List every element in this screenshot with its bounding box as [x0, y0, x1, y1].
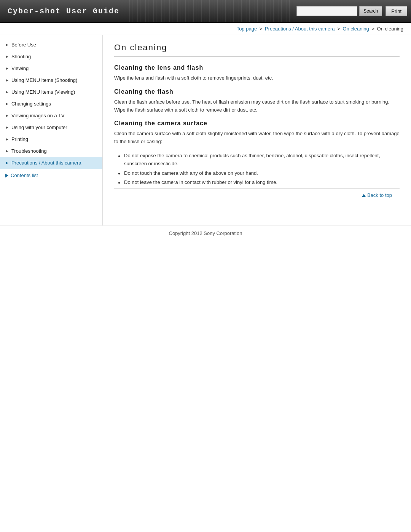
chevron-right-icon: ►: [5, 78, 9, 82]
sidebar-item-label: Viewing: [11, 66, 29, 71]
sidebar-item-label: Precautions / About this camera: [11, 160, 81, 166]
breadcrumb-current: On cleaning: [377, 26, 403, 32]
header-search-area: Search Print: [293, 0, 411, 22]
sidebar-item-precautions[interactable]: ► Precautions / About this camera: [0, 157, 102, 169]
section-text-lens-flash: Wipe the lens and flash with a soft clot…: [114, 74, 400, 82]
sidebar-item-menu-viewing[interactable]: ► Using MENU items (Viewing): [0, 86, 102, 98]
section-title-lens-flash: Cleaning the lens and flash: [114, 64, 400, 71]
sidebar-item-computer[interactable]: ► Using with your computer: [0, 121, 102, 133]
chevron-right-icon: ►: [5, 149, 9, 153]
search-button[interactable]: Search: [359, 6, 382, 16]
contents-list-link[interactable]: Contents list: [0, 169, 102, 182]
content-area: On cleaning Cleaning the lens and flash …: [103, 35, 411, 209]
sidebar-item-printing[interactable]: ► Printing: [0, 133, 102, 145]
chevron-right-icon: ►: [5, 54, 9, 59]
back-to-top-link[interactable]: Back to top: [362, 192, 392, 198]
breadcrumb-sep-1: >: [260, 26, 264, 32]
breadcrumb: Top page > Precautions / About this came…: [0, 23, 411, 35]
sidebar-item-label: Shooting: [11, 54, 31, 59]
sidebar-item-label: Using with your computer: [11, 125, 67, 130]
sidebar-item-changing-settings[interactable]: ► Changing settings: [0, 98, 102, 110]
contents-list-label: Contents list: [11, 173, 38, 178]
copyright-text: Copyright 2012 Sony Corporation: [169, 230, 242, 236]
list-item: Do not touch the camera with any of the …: [118, 169, 400, 177]
chevron-right-icon: ►: [5, 43, 9, 47]
search-input[interactable]: [296, 6, 357, 16]
sidebar: ► Before Use ► Shooting ► Viewing ► Usin…: [0, 35, 103, 225]
print-button[interactable]: Print: [386, 6, 407, 16]
header-pattern: [127, 0, 293, 22]
header-title-area: Cyber-shot User Guide: [0, 0, 127, 22]
footer-row: Back to top: [114, 188, 400, 202]
sidebar-item-before-use[interactable]: ► Before Use: [0, 39, 102, 51]
list-item: Do not leave the camera in contact with …: [118, 179, 400, 187]
section-title-flash: Cleaning the flash: [114, 88, 400, 95]
breadcrumb-sep-3: >: [371, 26, 376, 32]
sidebar-item-label: Troubleshooting: [11, 148, 47, 154]
back-to-top-label: Back to top: [367, 192, 392, 198]
sidebar-item-label: Printing: [11, 136, 28, 142]
page-header: Cyber-shot User Guide Search Print: [0, 0, 411, 23]
sidebar-item-menu-shooting[interactable]: ► Using MENU items (Shooting): [0, 74, 102, 86]
sidebar-item-label: Using MENU items (Viewing): [11, 89, 75, 95]
sidebar-item-label: Before Use: [11, 42, 36, 48]
section-text-camera-surface: Clean the camera surface with a soft clo…: [114, 130, 400, 146]
chevron-right-icon: ►: [5, 102, 9, 106]
chevron-right-icon: ►: [5, 90, 9, 94]
chevron-right-icon: ►: [5, 125, 9, 129]
main-layout: ► Before Use ► Shooting ► Viewing ► Usin…: [0, 35, 411, 225]
breadcrumb-precautions[interactable]: Precautions / About this camera: [265, 26, 335, 32]
sidebar-item-label: Changing settings: [11, 101, 51, 107]
sidebar-item-shooting[interactable]: ► Shooting: [0, 51, 102, 62]
sidebar-item-viewing-tv[interactable]: ► Viewing images on a TV: [0, 110, 102, 121]
chevron-right-icon: ►: [5, 161, 9, 165]
site-footer: Copyright 2012 Sony Corporation: [0, 225, 411, 241]
sidebar-item-troubleshooting[interactable]: ► Troubleshooting: [0, 145, 102, 157]
sidebar-item-label: Viewing images on a TV: [11, 113, 65, 118]
chevron-right-icon: ►: [5, 137, 9, 141]
arrow-right-icon: [5, 174, 8, 177]
triangle-up-icon: [362, 194, 366, 197]
section-text-flash: Clean the flash surface before use. The …: [114, 98, 400, 114]
breadcrumb-on-cleaning-1[interactable]: On cleaning: [342, 26, 369, 32]
breadcrumb-top-page[interactable]: Top page: [237, 26, 257, 32]
chevron-right-icon: ►: [5, 66, 9, 70]
sidebar-item-label: Using MENU items (Shooting): [11, 77, 77, 83]
site-title: Cyber-shot User Guide: [8, 7, 119, 16]
sidebar-item-viewing[interactable]: ► Viewing: [0, 62, 102, 74]
chevron-right-icon: ►: [5, 113, 9, 118]
camera-surface-bullets: Do not expose the camera to chemical pro…: [114, 152, 400, 187]
page-title: On cleaning: [114, 43, 400, 57]
breadcrumb-sep-2: >: [337, 26, 341, 32]
list-item: Do not expose the camera to chemical pro…: [118, 152, 400, 168]
section-title-camera-surface: Cleaning the camera surface: [114, 120, 400, 127]
